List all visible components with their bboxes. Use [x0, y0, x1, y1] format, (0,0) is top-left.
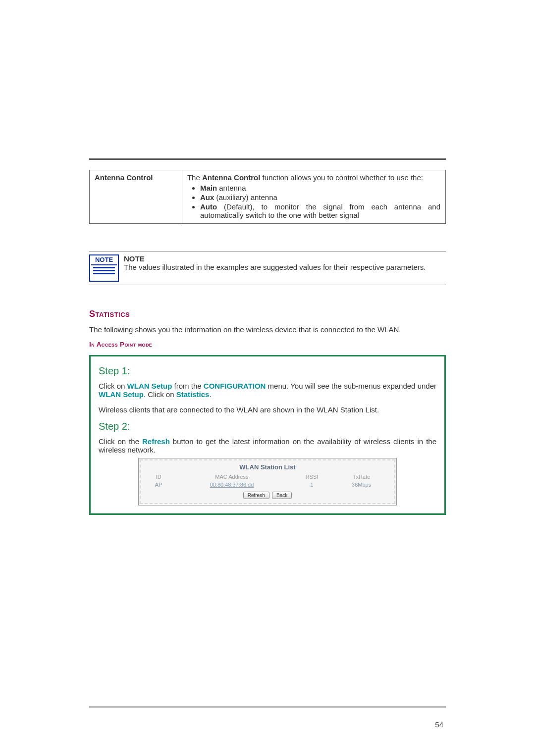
- bullet-aux-rest: (auxiliary) antenna: [214, 193, 277, 202]
- note-block: NOTE NOTE The values illustrated in the …: [89, 251, 446, 285]
- note-body: The values illustrated in the examples a…: [124, 263, 426, 271]
- step1-title: Step 1:: [99, 365, 436, 377]
- footer-divider: [89, 706, 446, 707]
- bullet-main-rest: antenna: [217, 184, 246, 192]
- antenna-bullet-list: Main antenna Aux (auxiliary) antenna Aut…: [200, 184, 440, 219]
- note-heading: NOTE: [124, 254, 446, 263]
- note-text: NOTE The values illustrated in the examp…: [124, 253, 446, 271]
- refresh-link: Refresh: [142, 437, 170, 446]
- cell-mac[interactable]: 00:80:48:37:86:dd: [172, 481, 291, 489]
- note-icon-word: NOTE: [91, 256, 117, 265]
- step2-p1-a: Click on the: [99, 437, 142, 446]
- note-icon-lines: [91, 267, 117, 274]
- wlan-setup-link-1: WLAN Setup: [127, 382, 172, 390]
- intro-pre: The: [187, 173, 202, 182]
- steps-box: Step 1: Click on WLAN Setup from the CON…: [89, 355, 446, 515]
- bullet-aux: Aux (auxiliary) antenna: [200, 193, 440, 202]
- wlan-setup-link-2: WLAN Setup: [99, 390, 144, 399]
- antenna-control-label: Antenna Control: [90, 170, 182, 224]
- step1-p1-b: from the: [172, 382, 203, 390]
- horizontal-divider: [89, 158, 446, 160]
- statistics-intro: The following shows you the information …: [89, 325, 446, 334]
- wlan-screenshot: WLAN Station List ID MAC Address RSSI Tx…: [138, 458, 397, 505]
- intro-bold: Antenna Control: [202, 173, 261, 182]
- bullet-main: Main antenna: [200, 184, 440, 192]
- step2-title: Step 2:: [99, 421, 436, 432]
- col-rssi: RSSI: [291, 473, 332, 481]
- step1-p1-c: menu. You will see the sub-menus expande…: [266, 382, 436, 390]
- step2-p1: Click on the Refresh button to get the l…: [99, 437, 436, 454]
- bullet-auto-rest: (Default), to monitor the signal from ea…: [200, 202, 440, 219]
- cell-rssi: 1: [291, 481, 332, 489]
- bullet-aux-bold: Aux: [200, 193, 214, 202]
- note-icon: NOTE: [89, 254, 119, 282]
- cell-txrate: 36Mbps: [332, 481, 390, 489]
- step1-p1: Click on WLAN Setup from the CONFIGURATI…: [99, 382, 436, 399]
- statistics-link: Statistics: [176, 390, 210, 399]
- step1-p2: Wireless clients that are connected to t…: [99, 405, 436, 414]
- bullet-auto: Auto (Default), to monitor the signal fr…: [200, 202, 440, 219]
- step1-p1-e: .: [209, 390, 211, 399]
- col-mac: MAC Address: [172, 473, 291, 481]
- col-txrate: TxRate: [332, 473, 390, 481]
- antenna-control-table: Antenna Control The Antenna Control func…: [89, 170, 446, 224]
- mode-heading: In Access Point mode: [89, 341, 446, 348]
- screenshot-title: WLAN Station List: [145, 463, 390, 471]
- bullet-main-bold: Main: [200, 184, 217, 192]
- bullet-auto-bold: Auto: [200, 202, 217, 211]
- page-number: 54: [435, 720, 443, 729]
- back-button[interactable]: Back: [272, 492, 292, 499]
- antenna-control-desc: The Antenna Control function allows you …: [182, 170, 445, 224]
- intro-post: function allows you to control whether t…: [260, 173, 423, 182]
- statistics-heading: Statistics: [89, 309, 446, 319]
- refresh-button[interactable]: Refresh: [243, 492, 269, 499]
- step1-p1-a: Click on: [99, 382, 127, 390]
- configuration-link: CONFIGURATION: [204, 382, 266, 390]
- table-row: AP 00:80:48:37:86:dd 1 36Mbps: [145, 481, 390, 489]
- col-id: ID: [145, 473, 172, 481]
- wlan-station-table: ID MAC Address RSSI TxRate AP 00:80:48:3…: [145, 473, 390, 489]
- cell-id: AP: [145, 481, 172, 489]
- step1-p1-d: . Click on: [144, 390, 176, 399]
